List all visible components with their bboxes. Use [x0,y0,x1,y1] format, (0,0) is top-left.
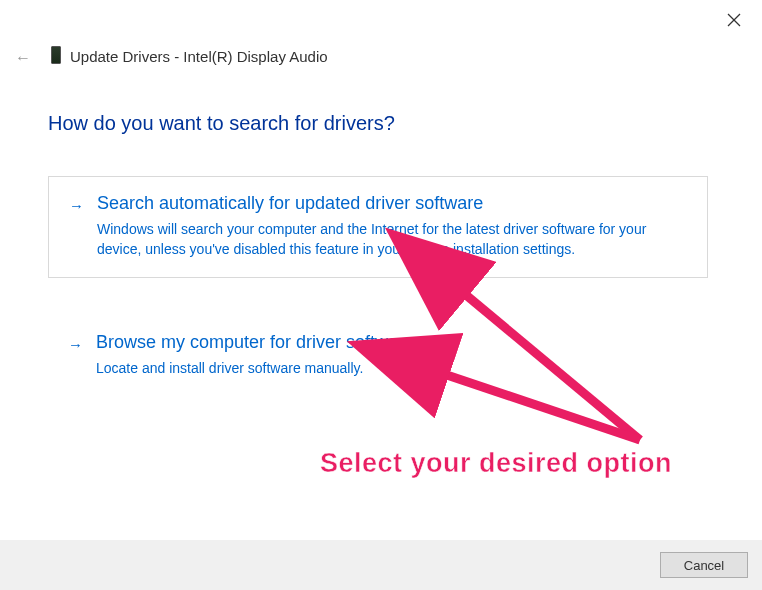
option-description: Windows will search your computer and th… [97,220,687,259]
arrow-right-icon: → [68,336,83,353]
device-icon [51,46,61,64]
back-arrow-icon[interactable]: ← [15,49,31,67]
option-title: Search automatically for updated driver … [97,193,687,214]
arrow-right-icon: → [69,197,84,214]
annotation-arrows [0,0,762,590]
close-button[interactable] [724,10,744,30]
cancel-button[interactable]: Cancel [660,552,748,578]
close-icon [727,13,741,27]
option-search-automatically[interactable]: → Search automatically for updated drive… [48,176,708,278]
button-bar: Cancel [0,540,762,590]
option-browse-computer[interactable]: → Browse my computer for driver software… [48,316,708,397]
option-description: Locate and install driver software manua… [96,359,688,379]
option-title: Browse my computer for driver software [96,332,688,353]
page-heading: How do you want to search for drivers? [48,112,395,135]
window-title: Update Drivers - Intel(R) Display Audio [70,48,328,65]
annotation-label: Select your desired option [320,448,672,479]
